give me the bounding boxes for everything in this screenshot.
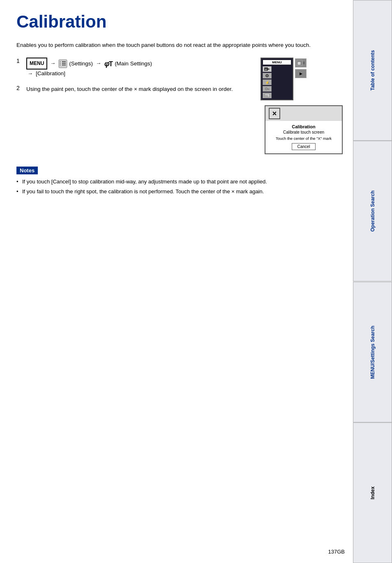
right-icon-1: ⊞: [295, 58, 307, 67]
menu-icon-wb: OFF: [263, 86, 272, 92]
menu-icon-row-2: [263, 73, 291, 79]
svg-point-4: [61, 61, 62, 63]
settings-label: (Settings): [69, 58, 93, 69]
camera-mockup: MENU M: [261, 58, 347, 154]
menu-icon-flash: ⚡A: [263, 79, 272, 85]
page-description: Enables you to perform calibration when …: [16, 41, 347, 49]
step-1-number: 1: [16, 58, 23, 76]
svg-rect-22: [303, 61, 305, 65]
menu-icon-movie: M: [263, 66, 272, 72]
step-2-body: Using the paint pen, touch the center of…: [26, 85, 248, 94]
step-1: 1 MENU →: [16, 58, 248, 76]
svg-point-6: [61, 65, 62, 66]
settings-icon-inline: [58, 58, 67, 69]
notes-section: Notes If you touch [Cancel] to stop cali…: [16, 167, 347, 195]
calibration-bracket: [Calibration]: [36, 70, 65, 76]
svg-point-5: [61, 63, 62, 64]
right-icon-2: ▶: [295, 69, 307, 78]
step-2-text: Using the paint pen, touch the center of…: [26, 85, 248, 94]
page-number: 137GB: [328, 549, 345, 555]
dialog-cancel-button[interactable]: Cancel: [292, 143, 315, 150]
step-2-number: 2: [16, 85, 23, 94]
camera-menu-panel: MENU M: [261, 58, 293, 100]
dialog-subtitle: Calibrate touch screen: [270, 130, 338, 134]
dialog-title: Calibration: [270, 124, 338, 129]
menu-icon-row-1: M: [263, 66, 291, 72]
arrow-2: →: [96, 58, 101, 69]
note-item-2: If you fail to touch the right spot, the…: [16, 188, 347, 196]
steps-area: 1 MENU →: [16, 58, 347, 154]
menu-icon-row-4: OFF: [263, 86, 291, 92]
notes-label: Notes: [16, 167, 38, 174]
page-title: Calibration: [16, 12, 347, 31]
x-mark-display: ×: [269, 108, 280, 119]
sidebar-tab-index[interactable]: Index: [353, 422, 392, 563]
arrow-1: →: [50, 58, 55, 69]
svg-marker-11: [268, 68, 270, 70]
svg-text:OFF: OFF: [267, 88, 270, 90]
arrow-3: →: [28, 70, 33, 76]
sidebar-tab-toc[interactable]: Table of contents: [353, 0, 392, 141]
svg-text:M: M: [265, 68, 267, 71]
dialog-body: Calibration Calibrate touch screen Touch…: [265, 121, 342, 153]
sidebar-tab-operation[interactable]: Operation Search: [353, 141, 392, 281]
menu-icon-photo: [263, 73, 272, 79]
menu-button-icon: MENU: [26, 58, 47, 70]
right-sidebar: Table of contents Operation Search MENU/…: [353, 0, 392, 563]
dialog-header: ×: [265, 106, 342, 121]
svg-point-13: [267, 75, 268, 76]
main-settings-icon-inline: φ T: [104, 58, 113, 69]
notes-list: If you touch [Cancel] to stop calibratio…: [16, 178, 347, 195]
svg-text:SQ: SQ: [265, 95, 268, 97]
steps-text: 1 MENU →: [16, 58, 248, 102]
calibration-dialog: × Calibration Calibrate touch screen Tou…: [265, 105, 343, 154]
menu-icon-row-5: SQ: [263, 93, 291, 98]
menu-label-display: MENU: [263, 60, 291, 65]
menu-icons-list: M ⚡A: [263, 66, 291, 98]
note-item-1: If you touch [Cancel] to stop calibratio…: [16, 178, 347, 186]
step-2: 2 Using the paint pen, touch the center …: [16, 85, 248, 94]
menu-icon-row-3: ⚡A: [263, 79, 291, 85]
svg-text:T: T: [109, 60, 113, 67]
sidebar-tab-menu-settings[interactable]: MENU/Settings Search: [353, 282, 392, 422]
svg-text:⊞: ⊞: [297, 61, 301, 65]
dialog-instruction: Touch the center of the "X" mark: [270, 136, 338, 141]
main-settings-label: (Main Settings): [115, 58, 152, 69]
svg-text:A: A: [267, 82, 269, 84]
camera-screen-area: MENU M: [261, 58, 347, 100]
right-icons-panel: ⊞ ▶: [295, 58, 307, 78]
step-1-body: MENU →: [26, 58, 248, 76]
menu-icon-img: SQ: [263, 93, 272, 98]
step-1-content: MENU →: [26, 58, 248, 70]
